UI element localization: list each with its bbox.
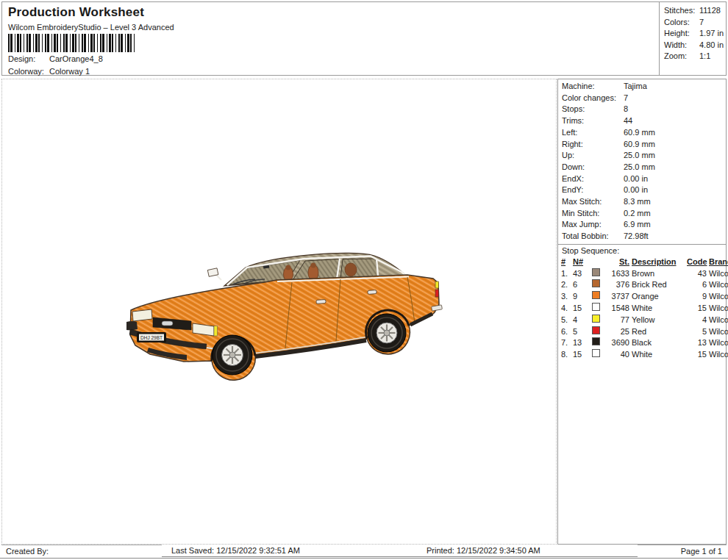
taillight-red [435,290,439,297]
front-wheel [213,335,252,375]
stop-sequence-row: 6.5 25Red 5Wilcom [561,326,726,338]
machine-row: Left:60.9 mm [562,127,726,139]
stop-sequence-row: 4.15 1548White 15Wilcom [561,303,726,315]
machine-row: Max Jump:6.9 mm [562,219,726,231]
design-canvas: DHJ 29BT [1,79,557,545]
thread-color-swatch [592,279,600,287]
machine-row: EndY:0.00 in [562,184,726,196]
machine-row: Trims:44 [562,115,726,127]
printed-timestamp: Printed: 12/15/2022 9:34:50 AM [402,545,638,557]
machine-row: Max Stitch:8.3 mm [562,196,726,208]
page-bottom-border [0,558,728,559]
colorway-row: Colorway:Colorway 1 [8,67,90,76]
footer: Created By: Last Saved: 12/15/2022 9:32:… [1,545,727,557]
stop-sequence-row: 3.9 3737Orange 9Wilcom [561,291,726,303]
headrest [286,265,291,270]
machine-row: Min Stitch:0.2 mm [562,208,726,220]
thread-color-swatch [592,337,600,345]
machine-info: Machine:Tajima Color changes:7 Stops:8 T… [558,79,726,243]
rear-wheel [368,314,406,352]
stop-sequence-row: 1.43 1633Brown 43Wilcom [561,268,726,280]
header: Production Worksheet Wilcom EmbroiderySt… [1,1,727,76]
machine-row: Stops:8 [562,104,726,115]
taillight-amber [435,281,439,288]
machine-row: Right:60.9 mm [562,139,726,151]
stat-colors: Colors:7 [664,17,727,29]
stat-width: Width:4.80 in [664,40,727,51]
car-embroidery-design: DHJ 29BT [121,238,459,385]
stop-sequence-table: # N# St. Description Code Brand 1.43 163… [558,256,726,361]
door-handle [368,290,377,295]
stop-sequence-row: 8.15 40White 15Wilcom [561,349,726,361]
stop-sequence-header: # N# St. Description Code Brand [561,256,726,268]
stop-sequence-row: 2.6 376Brick Red 6Wilcom [561,279,726,291]
door-handle [316,300,326,304]
design-name-row: Design:CarOrange4_8 [8,54,103,63]
seat-rear [345,263,357,276]
stat-zoom: Zoom:1:1 [664,51,727,62]
license-plate: DHJ 29BT [137,332,166,342]
page-number: Page 1 of 1 [638,545,727,557]
thread-color-swatch [592,315,600,323]
thread-color-swatch [592,303,600,311]
indicator-yellow [214,326,218,337]
stop-sequence-row: 7.13 3690Black 13Wilcom [561,337,726,349]
design-value: CarOrange4_8 [49,54,103,63]
machine-row: EndX:0.00 in [562,173,726,185]
machine-row: Total Bobbin:72.98ft [562,231,726,243]
stop-sequence-title: Stop Sequence: [558,244,726,256]
colorway-value: Colorway 1 [49,67,90,76]
last-saved-timestamp: Last Saved: 12/15/2022 9:32:51 AM [162,545,402,557]
machine-row: Color changes:7 [562,93,726,104]
design-stats-box: Stitches:11128 Colors:7 Height:1.97 in W… [659,2,727,75]
stat-stitches: Stitches:11128 [664,5,727,17]
headrest [311,263,316,268]
grille-badge [162,321,173,326]
thread-color-swatch [592,326,600,334]
thread-color-swatch [592,349,600,357]
barcode-icon [8,34,135,52]
created-by-label: Created By: [1,545,162,557]
license-plate-text: DHJ 29BT [140,335,163,340]
machine-row: Down:25.0 mm [562,162,726,173]
headlight-left [132,309,152,321]
bumper-corner [126,321,138,330]
app-subtitle: Wilcom EmbroideryStudio – Level 3 Advanc… [8,23,174,32]
production-worksheet-page: Production Worksheet Wilcom EmbroiderySt… [0,0,728,560]
thread-color-swatch [592,268,600,276]
machine-row: Machine:Tajima [562,81,726,93]
colorway-label: Colorway: [8,67,49,76]
design-label: Design: [8,54,49,63]
machine-panel: Machine:Tajima Color changes:7 Stops:8 T… [557,79,727,545]
thread-color-swatch [592,291,600,299]
page-title: Production Worksheet [8,5,144,20]
machine-row: Up:25.0 mm [562,150,726,162]
stat-height: Height:1.97 in [664,28,727,40]
stop-sequence-row: 5.4 77Yellow 4Wilcom [561,315,726,326]
